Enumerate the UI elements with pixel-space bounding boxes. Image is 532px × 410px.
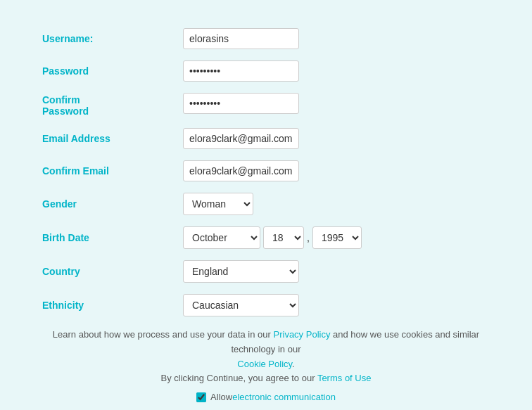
confirm-email-label: Confirm Email [42, 165, 183, 177]
ethnicity-select[interactable]: Caucasian Asian African Hispanic Mixed O… [183, 294, 299, 316]
birth-date-group: January February March April May June Ju… [183, 226, 362, 249]
birth-year-select[interactable]: 1990199119921993 1994199519961997 199819… [312, 226, 362, 249]
email-input[interactable] [183, 128, 299, 149]
password-label: Password [42, 65, 183, 77]
country-row: Country England Scotland Wales United St… [42, 260, 490, 283]
username-input[interactable] [183, 28, 299, 49]
username-row: Username: [42, 28, 490, 49]
privacy-policy-link[interactable]: Privacy Policy [274, 329, 331, 340]
terms-link[interactable]: Terms of Use [317, 373, 372, 383]
birth-date-row: Birth Date January February March April … [42, 226, 490, 249]
confirm-email-row: Confirm Email [42, 160, 490, 181]
password-input[interactable] [183, 60, 299, 82]
confirm-password-label: ConfirmPassword [42, 93, 183, 117]
username-label: Username: [42, 33, 183, 44]
cookie-policy-link[interactable]: Cookie Policy [237, 359, 292, 369]
country-select[interactable]: England Scotland Wales United States Can… [183, 260, 299, 283]
birth-day-select[interactable]: 12345 678910 1112131415 1617181920 21222… [263, 226, 304, 249]
confirm-email-input[interactable] [183, 160, 299, 181]
gender-select[interactable]: Man Woman Other [183, 193, 253, 215]
confirm-password-input[interactable] [183, 93, 299, 114]
checkbox-label: Allow [210, 392, 232, 402]
email-row: Email Address [42, 128, 490, 149]
birth-date-label: Birth Date [42, 232, 183, 243]
ethnicity-label: Ethnicity [42, 300, 183, 311]
ethnicity-row: Ethnicity Caucasian Asian African Hispan… [42, 294, 490, 316]
electronic-comm-link[interactable]: electronic communication [232, 392, 336, 402]
country-label: Country [42, 266, 183, 277]
email-label: Email Address [42, 133, 183, 144]
electronic-comm-checkbox[interactable] [196, 392, 206, 402]
password-row: Password [42, 60, 490, 82]
privacy-line3: By clicking Continue, you agree to our [161, 373, 317, 383]
gender-label: Gender [42, 198, 183, 210]
privacy-text: Learn about how we process and use your … [42, 328, 490, 386]
gender-row: Gender Man Woman Other [42, 193, 490, 215]
birth-month-select[interactable]: January February March April May June Ju… [183, 226, 260, 249]
birth-date-separator: , [307, 232, 310, 243]
period: . [292, 359, 295, 369]
confirm-password-row: ConfirmPassword [42, 93, 490, 117]
privacy-line1: Learn about how we process and use your … [53, 329, 274, 340]
checkbox-row: Allow electronic communication [42, 392, 490, 402]
registration-form: Username: Password ConfirmPassword Email… [14, 14, 518, 410]
